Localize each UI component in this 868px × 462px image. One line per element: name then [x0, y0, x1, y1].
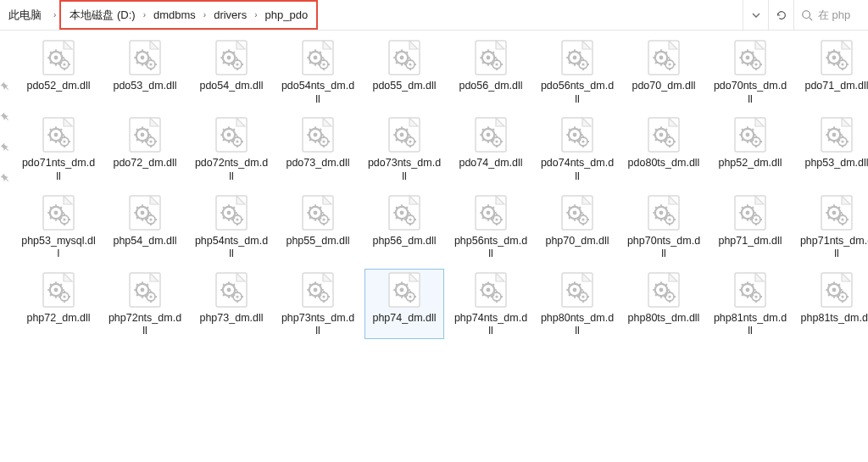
file-item[interactable]: pdo70nts_dm.dll [711, 37, 789, 106]
file-name-label: php71nts_dm.dll [799, 235, 868, 261]
file-item[interactable]: pdo56nts_dm.dll [538, 37, 616, 106]
file-name-label: pdo70_dm.dll [632, 80, 695, 93]
breadcrumb-segment[interactable]: dmdbms [150, 8, 199, 21]
search-input[interactable]: 在 php [793, 0, 868, 30]
file-name-label: pdo73nts_dm.dll [367, 157, 442, 183]
dll-file-icon [384, 114, 425, 155]
breadcrumb-highlight: 本地磁盘 (D:)›dmdbms›drivers›php_pdo [59, 0, 318, 30]
file-item[interactable]: php74nts_dm.dll [452, 270, 530, 338]
file-name-label: php71_dm.dll [718, 235, 782, 248]
dll-file-icon [125, 270, 165, 310]
breadcrumb-segment[interactable]: 本地磁盘 (D:) [66, 8, 138, 23]
file-item[interactable]: pdo71nts_dm.dll [19, 114, 97, 183]
file-name-label: pdo54nts_dm.dll [281, 80, 355, 106]
dll-file-icon [557, 270, 598, 310]
dll-file-icon [38, 37, 79, 78]
dll-file-icon [38, 114, 79, 155]
file-item[interactable]: php72nts_dm.dll [106, 270, 184, 338]
file-item[interactable]: php73_dm.dll [192, 270, 270, 338]
file-name-label: php81ts_dm.dll [801, 312, 868, 326]
file-item[interactable]: pdo74nts_dm.dll [538, 114, 616, 183]
file-pane[interactable]: pdo52_dm.dllpdo53_dm.dllpdo54_dm.dllpdo5… [11, 31, 868, 462]
file-item[interactable]: pdo52_dm.dll [19, 37, 97, 106]
dll-file-icon [38, 192, 79, 233]
dll-file-icon [643, 37, 684, 78]
file-item[interactable]: pdo80ts_dm.dll [625, 114, 703, 183]
file-item[interactable]: php70_dm.dll [538, 192, 616, 261]
file-name-label: php81nts_dm.dll [713, 312, 787, 338]
file-name-label: php72nts_dm.dll [108, 312, 182, 338]
file-item[interactable]: pdo53_dm.dll [106, 37, 184, 106]
file-name-label: php54_dm.dll [113, 235, 176, 248]
file-name-label: php52_dm.dll [718, 157, 782, 170]
file-name-label: pdo72_dm.dll [113, 157, 176, 170]
file-item[interactable]: pdo56_dm.dll [452, 37, 530, 106]
root-label[interactable]: 此电脑 [0, 0, 50, 30]
file-item[interactable]: php53_dm.dll [798, 114, 868, 183]
dll-file-icon [211, 114, 252, 155]
file-item[interactable]: php72_dm.dll [19, 270, 97, 338]
dll-file-icon [298, 192, 338, 233]
file-item[interactable]: pdo70_dm.dll [625, 37, 703, 106]
file-item[interactable]: pdo54nts_dm.dll [279, 37, 357, 106]
file-item[interactable]: php81nts_dm.dll [711, 270, 789, 338]
file-item[interactable]: php56_dm.dll [365, 192, 443, 261]
dll-file-icon [470, 192, 511, 233]
file-item[interactable]: pdo73_dm.dll [279, 114, 357, 183]
file-item[interactable]: php73nts_dm.dll [279, 270, 357, 338]
dll-file-icon [211, 270, 252, 310]
file-name-label: pdo73_dm.dll [286, 157, 349, 170]
file-name-label: pdo74_dm.dll [459, 157, 522, 170]
file-name-label: php80nts_dm.dll [540, 312, 615, 338]
dll-file-icon [470, 114, 511, 155]
file-item[interactable]: php70nts_dm.dll [625, 192, 703, 261]
file-name-label: php56_dm.dll [372, 235, 436, 248]
dll-file-icon [470, 37, 511, 78]
dll-file-icon [211, 192, 252, 233]
file-item[interactable]: pdo54_dm.dll [192, 37, 270, 106]
file-name-label: php72_dm.dll [26, 312, 90, 326]
dll-file-icon [125, 192, 165, 233]
chevron-right-icon: › [139, 10, 150, 19]
history-dropdown-button[interactable] [743, 0, 768, 30]
dll-file-icon [816, 270, 857, 310]
search-icon [801, 9, 813, 21]
dll-file-icon [298, 114, 338, 155]
chevron-right-icon: › [50, 0, 59, 30]
dll-file-icon [557, 192, 598, 233]
file-item[interactable]: pdo55_dm.dll [365, 37, 443, 106]
file-item[interactable]: php54nts_dm.dll [192, 192, 270, 261]
file-item[interactable]: pdo73nts_dm.dll [365, 114, 443, 183]
file-item[interactable]: php80nts_dm.dll [538, 270, 616, 338]
file-item[interactable]: php52_dm.dll [711, 114, 789, 183]
file-name-label: pdo52_dm.dll [26, 80, 90, 93]
file-item[interactable]: php71_dm.dll [711, 192, 789, 261]
file-item[interactable]: pdo72_dm.dll [106, 114, 184, 183]
refresh-button[interactable] [768, 0, 793, 30]
file-item[interactable]: php71nts_dm.dll [798, 192, 868, 261]
dll-file-icon [557, 114, 598, 155]
dll-file-icon [730, 192, 771, 233]
breadcrumb-segment[interactable]: drivers [210, 8, 250, 21]
dll-file-icon [125, 114, 165, 155]
dll-file-icon [730, 37, 771, 78]
dll-file-icon [730, 270, 771, 310]
file-name-label: php70nts_dm.dll [626, 235, 701, 261]
file-item[interactable]: pdo72nts_dm.dll [192, 114, 270, 183]
breadcrumb-segment[interactable]: php_pdo [262, 8, 312, 21]
file-item[interactable]: php53_mysql.dll [19, 192, 97, 261]
dll-file-icon [643, 114, 684, 155]
file-item[interactable]: php81ts_dm.dll [798, 270, 868, 338]
file-item[interactable]: php55_dm.dll [279, 192, 357, 261]
file-item[interactable]: pdo71_dm.dll [798, 37, 868, 106]
dll-file-icon [643, 192, 684, 233]
refresh-icon [776, 9, 787, 21]
file-item[interactable]: php56nts_dm.dll [452, 192, 530, 261]
file-name-label: pdo55_dm.dll [372, 80, 436, 93]
dll-file-icon [298, 37, 338, 78]
file-item[interactable]: pdo74_dm.dll [452, 114, 530, 183]
file-item[interactable]: php80ts_dm.dll [625, 270, 703, 338]
file-name-label: php73nts_dm.dll [281, 312, 355, 338]
file-item[interactable]: php74_dm.dll [365, 270, 443, 338]
file-item[interactable]: php54_dm.dll [106, 192, 184, 261]
